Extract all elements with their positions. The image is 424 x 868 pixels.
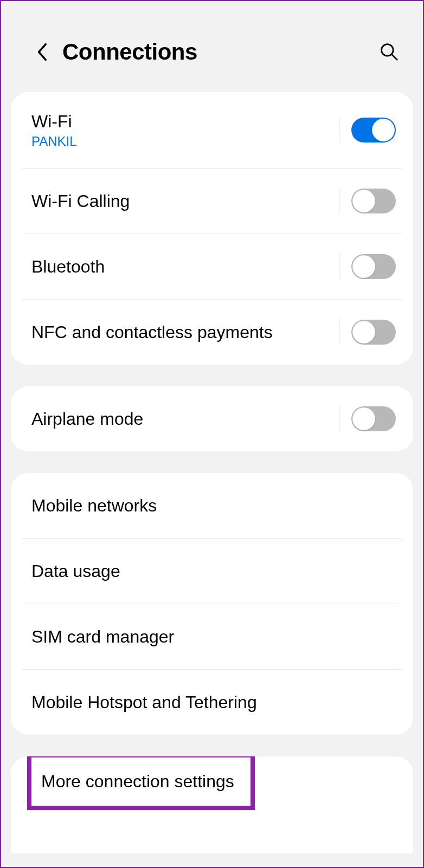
divider [339,254,339,279]
nfc-label: NFC and contactless payments [31,322,273,342]
wifi-calling-label: Wi-Fi Calling [31,191,130,211]
search-icon [380,42,399,62]
wifi-row[interactable]: Wi-Fi PANKIL [11,92,413,168]
divider [339,320,339,345]
mobile-hotspot-row[interactable]: Mobile Hotspot and Tethering [11,670,413,735]
wifi-network-name: PANKIL [31,134,339,149]
search-button[interactable] [377,40,401,64]
nfc-toggle[interactable] [351,320,396,345]
highlight-annotation: More connection settings [27,756,255,810]
wifi-toggle[interactable] [351,118,396,142]
connection-group-4: More connection settings [11,756,413,853]
divider [339,189,339,213]
airplane-mode-label: Airplane mode [31,409,143,429]
data-usage-label: Data usage [31,561,120,581]
divider [339,406,339,431]
sim-card-manager-label: SIM card manager [31,627,174,646]
mobile-networks-row[interactable]: Mobile networks [11,473,413,538]
more-connection-settings-label: More connection settings [41,772,234,791]
back-button[interactable] [31,41,53,63]
wifi-calling-row[interactable]: Wi-Fi Calling [11,169,413,234]
wifi-calling-toggle[interactable] [351,189,396,213]
page-title: Connections [62,39,377,65]
airplane-mode-row[interactable]: Airplane mode [11,386,413,451]
data-usage-row[interactable]: Data usage [11,539,413,604]
chevron-left-icon [36,42,48,62]
divider [339,118,339,142]
header: Connections [1,1,423,92]
connection-group-3: Mobile networks Data usage SIM card mana… [11,473,413,735]
bluetooth-label: Bluetooth [31,257,105,276]
bluetooth-row[interactable]: Bluetooth [11,234,413,299]
nfc-row[interactable]: NFC and contactless payments [11,300,413,365]
bluetooth-toggle[interactable] [351,254,396,279]
airplane-mode-toggle[interactable] [351,406,396,431]
sim-card-manager-row[interactable]: SIM card manager [11,604,413,669]
mobile-networks-label: Mobile networks [31,496,157,515]
connection-group-1: Wi-Fi PANKIL Wi-Fi Calling Bluetooth NFC… [11,92,413,365]
wifi-label: Wi-Fi [31,112,339,132]
svg-line-1 [392,55,397,60]
connection-group-2: Airplane mode [11,386,413,451]
mobile-hotspot-label: Mobile Hotspot and Tethering [31,692,257,712]
more-connection-settings-row[interactable]: More connection settings [31,757,250,806]
